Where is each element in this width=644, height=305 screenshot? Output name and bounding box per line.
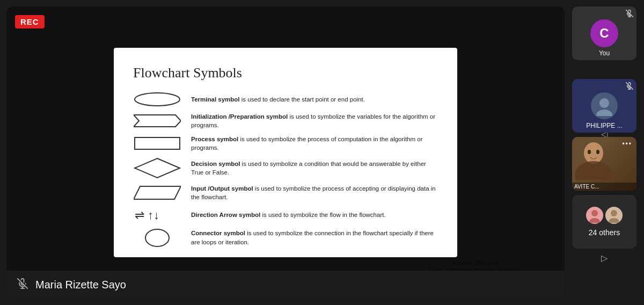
io-shape-icon	[133, 185, 181, 200]
participant-tile-avite[interactable]: ••• AVITE C...	[572, 137, 636, 191]
avite-options-dots: •••	[622, 140, 632, 148]
symbol-row-io: Input /Output symbol is used to symboliz…	[133, 184, 438, 201]
symbol-row-process: Process symbol is used to symbolize the …	[133, 135, 438, 152]
svg-text:⇌ ↑↓: ⇌ ↑↓	[135, 208, 159, 222]
init-description: Initialization /Preparation symbol is us…	[191, 112, 438, 129]
sidebar: C You ◁	[565, 0, 644, 305]
philippe-label: PHILIPPE ...	[572, 122, 636, 129]
symbol-row-terminal: Terminal symbol is used to declare the s…	[133, 92, 438, 107]
terminal-shape-icon	[133, 92, 181, 107]
symbol-row-connector: Connector symbol is used to symbolize th…	[133, 228, 438, 248]
svg-point-0	[135, 93, 180, 106]
process-shape-icon	[133, 136, 181, 150]
slide-title: Flowchart Symbols	[133, 65, 438, 81]
main-area: REC Flowchart Symbols Terminal symbol is…	[0, 0, 565, 305]
others-avatar-2	[605, 207, 623, 224]
svg-point-13	[599, 98, 609, 108]
connector-shape-icon	[133, 228, 181, 248]
svg-point-21	[596, 150, 599, 154]
presenter-name: Maria Rizette Sayo	[35, 279, 126, 291]
others-avatar-1	[586, 207, 603, 224]
you-mic-off-icon	[626, 10, 633, 19]
svg-marker-1	[134, 115, 181, 127]
process-description: Process symbol is used to symbolize the …	[191, 135, 438, 152]
video-container: REC Flowchart Symbols Terminal symbol is…	[6, 6, 565, 299]
svg-rect-2	[135, 137, 180, 149]
init-shape-icon	[133, 114, 181, 128]
symbol-row-init: Initialization /Preparation symbol is us…	[133, 112, 438, 129]
avatar-you: C	[590, 19, 618, 47]
others-count: 24 others	[589, 228, 620, 237]
terminal-description: Terminal symbol is used to declare the s…	[191, 95, 365, 104]
decision-shape-icon	[133, 157, 181, 179]
others-tile[interactable]: 24 others	[572, 195, 636, 249]
symbol-row-decision: Decision symbol is used to symbolize a c…	[133, 157, 438, 179]
philippe-mic-off-icon	[626, 82, 633, 91]
svg-marker-3	[135, 158, 180, 178]
svg-point-22	[591, 210, 598, 216]
decision-description: Decision symbol is used to symbolize a c…	[191, 159, 438, 177]
svg-point-6	[145, 229, 169, 246]
you-label: You	[572, 49, 636, 57]
rec-badge: REC	[15, 15, 45, 28]
io-description: Input /Output symbol is used to symboliz…	[191, 184, 438, 201]
others-avatars	[586, 207, 623, 224]
svg-point-23	[589, 218, 600, 223]
presenter-mic-off-icon	[17, 278, 28, 292]
slide-frame: Flowchart Symbols Terminal symbol is use…	[114, 48, 457, 257]
avite-label: AVITE C...	[572, 183, 636, 191]
svg-point-25	[609, 218, 619, 223]
arrow-description: Direction Arrow symbol is used to symbol…	[191, 210, 386, 219]
svg-marker-4	[134, 186, 181, 199]
svg-point-24	[611, 210, 617, 216]
nav-arrow-down[interactable]: ▷	[569, 253, 640, 263]
symbol-row-arrow: ⇌ ↑↓ Direction Arrow symbol is used to s…	[133, 207, 438, 222]
svg-point-18	[584, 142, 603, 164]
participant-tile-philippe[interactable]: PHILIPPE ...	[572, 79, 636, 133]
presenter-bar: Maria Rizette Sayo	[6, 271, 565, 299]
svg-point-19	[575, 161, 612, 180]
arrow-shape-icon: ⇌ ↑↓	[133, 207, 181, 222]
svg-point-14	[596, 110, 612, 116]
svg-point-20	[588, 150, 591, 154]
participant-tile-you[interactable]: C You	[572, 6, 636, 60]
connector-description: Connector symbol is used to symbolize th…	[191, 229, 438, 246]
